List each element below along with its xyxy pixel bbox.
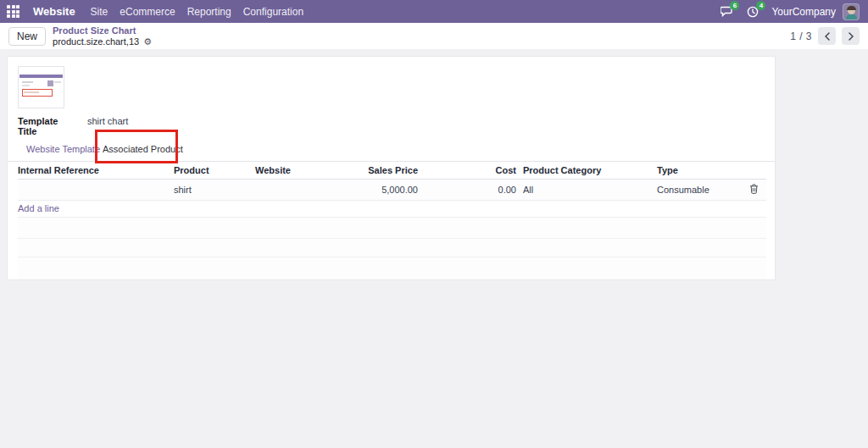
- cell-website[interactable]: [252, 179, 337, 200]
- add-line-row: Add a line: [18, 201, 766, 218]
- empty-row: [18, 239, 766, 257]
- header-cost[interactable]: Cost: [421, 162, 520, 179]
- header-internal-reference[interactable]: Internal Reference: [18, 162, 170, 179]
- pager-next-button[interactable]: [842, 27, 860, 45]
- template-title-value[interactable]: shirt chart: [87, 116, 128, 126]
- activities-button[interactable]: 4: [745, 4, 760, 19]
- associated-product-list: Internal Reference Product Website Sales…: [18, 162, 766, 279]
- pager-count: 1 / 3: [790, 30, 812, 42]
- trash-icon: [749, 184, 759, 194]
- cell-product[interactable]: shirt: [170, 179, 252, 200]
- pager: 1 / 3: [790, 27, 860, 45]
- cell-type[interactable]: Consumable: [654, 179, 742, 200]
- header-website[interactable]: Website: [252, 162, 337, 179]
- gear-icon[interactable]: ⚙: [143, 37, 152, 47]
- preview-deco: [22, 81, 33, 83]
- app-name-website[interactable]: Website: [33, 5, 75, 18]
- menu-configuration[interactable]: Configuration: [243, 6, 303, 18]
- template-preview-image[interactable]: [18, 66, 64, 108]
- preview-deco: [19, 75, 63, 78]
- menu-site[interactable]: Site: [91, 6, 108, 18]
- cell-product-category[interactable]: All: [520, 179, 654, 200]
- breadcrumb-record: product.size.chart,13: [53, 37, 139, 47]
- user-avatar: [843, 3, 860, 20]
- form-sheet: Template Title shirt chart Website Templ…: [7, 56, 776, 280]
- menu-ecommerce[interactable]: eCommerce: [120, 6, 175, 18]
- table-header-row: Internal Reference Product Website Sales…: [18, 162, 766, 179]
- pager-previous-button[interactable]: [818, 27, 836, 45]
- add-a-line-button[interactable]: Add a line: [18, 203, 59, 213]
- header-sales-price[interactable]: Sales Price: [337, 162, 421, 179]
- new-button[interactable]: New: [8, 27, 46, 46]
- preview-deco: [24, 91, 39, 93]
- main-content: Template Title shirt chart Website Templ…: [0, 49, 868, 448]
- chevron-left-icon: [824, 32, 831, 41]
- cell-cost[interactable]: 0.00: [421, 179, 520, 200]
- activities-badge: 4: [756, 1, 765, 10]
- tab-website-template[interactable]: Website Template: [26, 136, 100, 162]
- table-row[interactable]: shirt 5,000.00 0.00 All Consumable: [18, 179, 766, 200]
- header-product[interactable]: Product: [170, 162, 252, 179]
- notebook-tabs: Website Template Associated Product: [8, 136, 775, 162]
- empty-row: [18, 257, 766, 279]
- user-menu[interactable]: YourCompany: [771, 3, 860, 20]
- preview-deco: [54, 81, 61, 83]
- product-table: Internal Reference Product Website Sales…: [18, 162, 766, 201]
- preview-deco: [22, 85, 30, 86]
- template-title-label: Template Title: [18, 116, 77, 136]
- template-title-field: Template Title shirt chart: [18, 116, 128, 136]
- breadcrumb: Product Size Chart product.size.chart,13…: [53, 26, 152, 47]
- empty-row: [18, 218, 766, 239]
- header-actions: [742, 162, 766, 179]
- apps-grid-icon[interactable]: [7, 5, 19, 18]
- delete-row-button[interactable]: [742, 179, 766, 200]
- header-type[interactable]: Type: [654, 162, 742, 179]
- control-panel: New Product Size Chart product.size.char…: [0, 23, 868, 49]
- menu-reporting[interactable]: Reporting: [187, 6, 231, 18]
- breadcrumb-title[interactable]: Product Size Chart: [53, 26, 152, 36]
- chevron-right-icon: [848, 32, 854, 41]
- company-name: YourCompany: [771, 6, 836, 18]
- messages-badge: 6: [730, 1, 739, 10]
- messages-button[interactable]: 6: [719, 4, 734, 19]
- top-navbar: Website Site eCommerce Reporting Configu…: [0, 0, 868, 23]
- preview-deco: [47, 80, 53, 86]
- header-product-category[interactable]: Product Category: [520, 162, 654, 179]
- tab-associated-product[interactable]: Associated Product: [103, 136, 183, 162]
- cell-internal-reference[interactable]: [18, 179, 170, 200]
- cell-sales-price[interactable]: 5,000.00: [337, 179, 421, 200]
